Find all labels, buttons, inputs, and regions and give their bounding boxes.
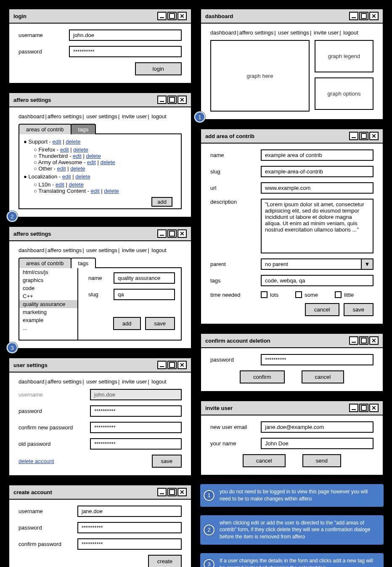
minimize-icon[interactable] xyxy=(349,336,358,345)
cancel-button[interactable]: cancel xyxy=(243,454,286,467)
edit-link[interactable]: edit xyxy=(57,165,66,172)
tab-areas[interactable]: areas of contrib xyxy=(19,124,72,134)
maximize-icon[interactable] xyxy=(167,361,177,369)
minimize-icon[interactable] xyxy=(157,229,167,238)
delete-link[interactable]: delete xyxy=(75,173,90,180)
add-button[interactable]: add xyxy=(151,197,172,207)
list-item[interactable]: C++ xyxy=(19,292,77,300)
nav-logout[interactable]: logout xyxy=(151,378,166,385)
checkbox-lots[interactable] xyxy=(261,291,268,298)
delete-link[interactable]: delete xyxy=(104,188,119,194)
save-button[interactable]: save xyxy=(145,317,175,330)
save-button[interactable]: save xyxy=(152,455,182,468)
nav-invite[interactable]: invite user xyxy=(122,113,147,120)
add-button[interactable]: add xyxy=(113,317,141,330)
name-input[interactable]: example area of contrib xyxy=(261,149,373,161)
maximize-icon[interactable] xyxy=(167,229,177,238)
nav-logout[interactable]: logout xyxy=(151,113,166,120)
list-item[interactable]: graphics xyxy=(19,276,77,284)
edit-link[interactable]: edit xyxy=(56,181,64,188)
description-input[interactable] xyxy=(261,199,373,253)
maximize-icon[interactable] xyxy=(359,404,368,412)
create-button[interactable]: create xyxy=(148,555,182,567)
minimize-icon[interactable] xyxy=(349,404,358,412)
list-item[interactable]: html/css/js xyxy=(19,268,77,276)
tab-tags[interactable]: tags xyxy=(71,258,96,268)
password-input[interactable]: ********** xyxy=(90,405,182,417)
nav-affero[interactable]: affero settings xyxy=(48,113,82,120)
send-button[interactable]: send xyxy=(302,454,341,467)
nav-dashboard[interactable]: dashboard xyxy=(210,29,236,36)
login-button[interactable]: login xyxy=(135,62,182,75)
edit-link[interactable]: edit xyxy=(60,146,69,153)
nav-affero[interactable]: affero settings xyxy=(48,378,82,385)
maximize-icon[interactable] xyxy=(167,96,177,104)
nav-user[interactable]: user settings xyxy=(86,113,117,120)
edit-link[interactable]: edit xyxy=(53,138,61,145)
confirm-password-input[interactable]: ********** xyxy=(90,422,182,433)
list-item[interactable]: marketing xyxy=(19,308,77,316)
maximize-icon[interactable] xyxy=(359,12,368,20)
nav-user[interactable]: user settings xyxy=(86,247,117,253)
nav-dashboard[interactable]: dashboard xyxy=(19,247,44,253)
tags-input[interactable]: code, webqa, qa xyxy=(261,275,373,286)
tags-listbox[interactable]: html/css/js graphics code C++ quality as… xyxy=(19,268,78,340)
confirm-password-input[interactable]: ********** xyxy=(77,538,182,550)
close-icon[interactable]: ✕ xyxy=(177,96,187,104)
nav-invite[interactable]: invite user xyxy=(314,29,339,36)
minimize-icon[interactable] xyxy=(157,361,167,369)
your-name-input[interactable]: John Doe xyxy=(261,438,373,449)
delete-link[interactable]: delete xyxy=(70,165,85,172)
list-item[interactable]: ... xyxy=(19,324,77,332)
close-icon[interactable]: ✕ xyxy=(177,12,187,20)
minimize-icon[interactable] xyxy=(349,132,358,140)
close-icon[interactable]: ✕ xyxy=(177,488,187,496)
minimize-icon[interactable] xyxy=(157,488,167,496)
edit-link[interactable]: edit xyxy=(62,173,71,180)
maximize-icon[interactable] xyxy=(167,488,177,496)
close-icon[interactable]: ✕ xyxy=(369,336,379,345)
save-button[interactable]: save xyxy=(344,303,373,316)
email-input[interactable]: jane.doe@example.com xyxy=(261,421,373,433)
checkbox-little[interactable] xyxy=(335,291,342,298)
list-item[interactable]: code xyxy=(19,284,77,292)
edit-link[interactable]: edit xyxy=(91,188,100,194)
close-icon[interactable]: ✕ xyxy=(369,404,379,412)
close-icon[interactable]: ✕ xyxy=(177,229,187,238)
nav-logout[interactable]: logout xyxy=(151,247,166,253)
nav-affero[interactable]: affero settings xyxy=(239,29,273,36)
username-input[interactable]: john.doe xyxy=(69,29,182,41)
old-password-input[interactable]: ********** xyxy=(90,438,182,450)
confirm-button[interactable]: confirm xyxy=(240,370,285,383)
close-icon[interactable]: ✕ xyxy=(369,132,379,140)
maximize-icon[interactable] xyxy=(359,336,368,345)
delete-link[interactable]: delete xyxy=(66,138,80,145)
password-input[interactable]: ********** xyxy=(69,46,182,57)
nav-invite[interactable]: invite user xyxy=(122,378,147,385)
delete-link[interactable]: delete xyxy=(73,146,88,153)
nav-invite[interactable]: invite user xyxy=(122,247,147,253)
delete-account-link[interactable]: delete account xyxy=(19,458,54,464)
delete-link[interactable]: delete xyxy=(69,181,84,188)
delete-link[interactable]: delete xyxy=(86,153,101,159)
chevron-down-icon[interactable]: ▼ xyxy=(361,258,373,270)
list-item-selected[interactable]: quality assurance xyxy=(19,300,77,308)
minimize-icon[interactable] xyxy=(157,96,167,104)
edit-link[interactable]: edit xyxy=(73,153,82,159)
slug-input[interactable]: example-area-of-contrib xyxy=(261,166,373,177)
close-icon[interactable]: ✕ xyxy=(369,12,379,20)
minimize-icon[interactable] xyxy=(157,12,167,20)
nav-user[interactable]: user settings xyxy=(278,29,309,36)
url-input[interactable]: www.example.com xyxy=(261,182,373,194)
edit-link[interactable]: edit xyxy=(87,159,96,165)
nav-dashboard[interactable]: dashboard xyxy=(19,378,44,385)
close-icon[interactable]: ✕ xyxy=(177,361,187,369)
maximize-icon[interactable] xyxy=(167,12,177,20)
list-item[interactable]: example xyxy=(19,316,77,324)
cancel-button[interactable]: cancel xyxy=(305,303,339,316)
minimize-icon[interactable] xyxy=(349,12,358,20)
nav-affero[interactable]: affero settings xyxy=(48,247,82,253)
username-input[interactable]: jane.doe xyxy=(77,506,182,517)
name-input[interactable]: quality assurance xyxy=(114,272,175,284)
delete-link[interactable]: delete xyxy=(100,159,115,165)
